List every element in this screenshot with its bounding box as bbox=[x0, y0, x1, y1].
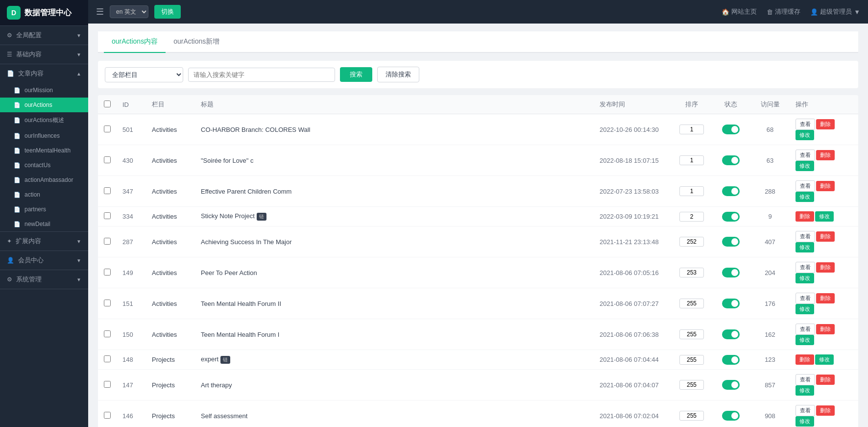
edit-button[interactable]: 修改 bbox=[815, 354, 834, 365]
doc-small-icon: 📄 bbox=[14, 87, 21, 94]
status-toggle[interactable] bbox=[722, 237, 740, 247]
delete-button[interactable]: 删除 bbox=[796, 354, 814, 365]
view-button[interactable]: 查看 bbox=[796, 324, 815, 335]
sidebar-item-teenMentalHealth[interactable]: 📄 teenMentalHealth bbox=[0, 143, 88, 158]
select-all-checkbox[interactable] bbox=[104, 100, 111, 107]
edit-button[interactable]: 修改 bbox=[796, 304, 814, 314]
view-button[interactable]: 查看 bbox=[796, 231, 815, 242]
row-checkbox[interactable] bbox=[104, 187, 111, 194]
edit-button[interactable]: 修改 bbox=[796, 335, 814, 345]
sidebar-item-member-center[interactable]: 👤 会员中心 ▼ bbox=[0, 251, 88, 270]
delete-button[interactable]: 删除 bbox=[816, 181, 835, 191]
sidebar-item-system-manage[interactable]: ⚙ 系统管理 ▼ bbox=[0, 270, 88, 289]
delete-button[interactable]: 删除 bbox=[816, 262, 835, 273]
status-toggle[interactable] bbox=[722, 186, 740, 196]
view-button[interactable]: 查看 bbox=[796, 262, 815, 273]
sort-input[interactable] bbox=[679, 411, 704, 421]
row-checkbox[interactable] bbox=[104, 269, 111, 276]
status-toggle[interactable] bbox=[722, 380, 740, 390]
edit-button[interactable]: 修改 bbox=[796, 385, 814, 396]
delete-button[interactable]: 删除 bbox=[796, 211, 814, 222]
delete-button[interactable]: 删除 bbox=[816, 119, 835, 129]
content-table: ID 栏目 标题 发布时间 排序 状态 访问量 操作 501Activities… bbox=[98, 95, 858, 427]
sidebar-item-ourActions-overview[interactable]: 📄 ourActions概述 bbox=[0, 112, 88, 128]
sort-input[interactable] bbox=[679, 380, 704, 390]
clear-cache-link[interactable]: 🗑 清理缓存 bbox=[767, 7, 800, 16]
switch-button[interactable]: 切换 bbox=[154, 5, 181, 19]
sort-input[interactable] bbox=[679, 355, 704, 365]
view-button[interactable]: 查看 bbox=[796, 374, 815, 385]
sidebar-item-action[interactable]: 📄 action bbox=[0, 187, 88, 202]
tab-content[interactable]: ourActions内容 bbox=[104, 31, 166, 53]
status-toggle[interactable] bbox=[722, 212, 740, 222]
row-checkbox[interactable] bbox=[104, 355, 111, 362]
admin-link[interactable]: 👤 超级管理员 ▼ bbox=[810, 7, 860, 16]
delete-button[interactable]: 删除 bbox=[816, 405, 835, 416]
sidebar-item-newDetail[interactable]: 📄 newDetail bbox=[0, 217, 88, 231]
sidebar-item-ourMission[interactable]: 📄 ourMission bbox=[0, 83, 88, 98]
row-checkbox[interactable] bbox=[104, 330, 111, 337]
delete-button[interactable]: 删除 bbox=[816, 324, 835, 334]
sidebar-item-ourInfluences[interactable]: 📄 ourInfluences bbox=[0, 128, 88, 143]
delete-button[interactable]: 删除 bbox=[816, 293, 835, 303]
hamburger-icon[interactable]: ☰ bbox=[96, 6, 104, 17]
status-toggle[interactable] bbox=[722, 355, 740, 365]
sort-input[interactable] bbox=[679, 155, 704, 165]
sidebar-item-basic-content[interactable]: ☰ 基础内容 ▼ bbox=[0, 45, 88, 64]
view-button[interactable]: 查看 bbox=[796, 405, 815, 416]
edit-button[interactable]: 修改 bbox=[796, 273, 814, 283]
clear-search-button[interactable]: 清除搜索 bbox=[377, 67, 419, 82]
status-toggle[interactable] bbox=[722, 125, 740, 134]
sidebar-item-ourActions[interactable]: 📄 ourActions bbox=[0, 98, 88, 112]
chevron-down-icon: ▼ bbox=[76, 277, 81, 282]
language-select[interactable]: en 英文 bbox=[110, 5, 148, 18]
edit-button[interactable]: 修改 bbox=[815, 211, 834, 222]
row-checkbox[interactable] bbox=[104, 381, 111, 388]
row-checkbox[interactable] bbox=[104, 300, 111, 306]
category-select[interactable]: 全部栏目 bbox=[105, 67, 183, 82]
tab-add[interactable]: ourActions新增 bbox=[166, 31, 227, 53]
site-home-label: 网站主页 bbox=[731, 7, 757, 16]
row-checkbox[interactable] bbox=[104, 212, 111, 219]
delete-button[interactable]: 删除 bbox=[816, 375, 835, 385]
sidebar-item-actionAmbassador[interactable]: 📄 actionAmbassador bbox=[0, 173, 88, 187]
search-button[interactable]: 搜索 bbox=[340, 67, 372, 82]
sidebar-item-partners[interactable]: 📄 partners bbox=[0, 202, 88, 217]
view-button[interactable]: 查看 bbox=[796, 119, 815, 130]
row-checkbox[interactable] bbox=[104, 126, 111, 132]
sidebar-item-global-config[interactable]: ⚙ 全局配置 ▼ bbox=[0, 26, 88, 45]
site-home-link[interactable]: 🏠 网站主页 bbox=[722, 7, 757, 16]
delete-button[interactable]: 删除 bbox=[816, 150, 835, 160]
status-toggle[interactable] bbox=[722, 268, 740, 277]
header-id: ID bbox=[117, 95, 146, 114]
edit-button[interactable]: 修改 bbox=[796, 161, 814, 171]
row-checkbox[interactable] bbox=[104, 412, 111, 419]
edit-button[interactable]: 修改 bbox=[796, 416, 814, 427]
edit-button[interactable]: 修改 bbox=[796, 192, 814, 202]
edit-button[interactable]: 修改 bbox=[796, 242, 814, 252]
status-toggle[interactable] bbox=[722, 299, 740, 308]
sort-input[interactable] bbox=[679, 125, 704, 134]
user-icon: 👤 bbox=[7, 257, 14, 264]
search-input[interactable] bbox=[188, 68, 335, 82]
view-button[interactable]: 查看 bbox=[796, 180, 815, 192]
sidebar-item-article-content[interactable]: 📄 文章内容 ▲ bbox=[0, 64, 88, 83]
sort-input[interactable] bbox=[679, 329, 704, 339]
sort-input[interactable] bbox=[679, 186, 704, 196]
sort-input[interactable] bbox=[679, 212, 704, 222]
view-button[interactable]: 查看 bbox=[796, 150, 815, 161]
row-checkbox[interactable] bbox=[104, 238, 111, 245]
row-checkbox[interactable] bbox=[104, 156, 111, 163]
edit-button[interactable]: 修改 bbox=[796, 130, 814, 140]
status-toggle[interactable] bbox=[722, 155, 740, 165]
sidebar-item-expand-content[interactable]: ✦ 扩展内容 ▼ bbox=[0, 232, 88, 251]
row-views: 162 bbox=[750, 319, 790, 350]
sidebar-item-contactUs[interactable]: 📄 contactUs bbox=[0, 158, 88, 173]
status-toggle[interactable] bbox=[722, 329, 740, 339]
sort-input[interactable] bbox=[679, 299, 704, 308]
sort-input[interactable] bbox=[679, 268, 704, 277]
delete-button[interactable]: 删除 bbox=[816, 231, 835, 242]
sort-input[interactable] bbox=[679, 237, 704, 247]
view-button[interactable]: 查看 bbox=[796, 293, 815, 304]
status-toggle[interactable] bbox=[722, 411, 740, 421]
